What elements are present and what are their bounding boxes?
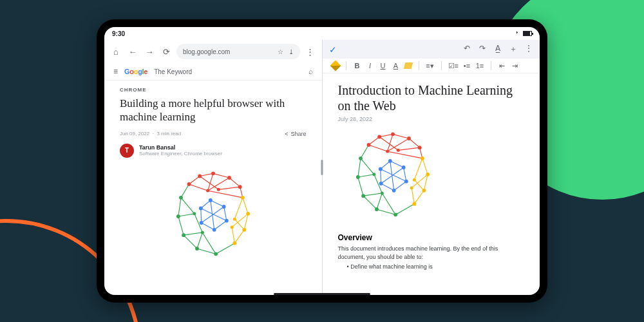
author-role: Software Engineer, Chrome browser [139,151,222,156]
clock: 9:30 [112,30,125,37]
svg-point-24 [209,198,213,202]
svg-point-45 [412,178,415,182]
svg-point-43 [422,189,426,193]
svg-point-29 [199,206,203,210]
svg-point-12 [246,211,250,215]
section-heading: Overview [338,233,525,242]
svg-point-28 [200,221,204,225]
svg-point-20 [195,247,199,251]
doc-date: July 28, 2022 [338,116,525,122]
svg-line-3 [201,208,227,220]
svg-point-51 [393,213,397,216]
docs-format-toolbar: B I U A ≡▾ ☑≡ •≡ [323,59,540,73]
svg-point-42 [426,173,430,176]
share-button[interactable]: < Share [285,131,306,137]
svg-point-34 [366,143,370,147]
forward-icon[interactable]: → [143,45,156,58]
list-item: • Define what machine learning is [347,263,525,270]
svg-point-53 [380,192,383,195]
back-icon[interactable]: ← [126,45,139,58]
checklist-icon[interactable]: ☑≡ [448,62,459,70]
undo-icon[interactable]: ↶ [462,44,471,55]
svg-line-33 [380,169,406,182]
svg-point-10 [217,187,220,191]
svg-point-6 [211,171,215,175]
svg-point-23 [201,231,204,234]
highlight-icon[interactable] [403,62,413,69]
hamburger-icon[interactable]: ≡ [113,67,118,76]
star-icon[interactable]: ☆ [278,48,283,55]
browser-toolbar: ⌂ ← → ⟳ blog.google.com ☆ ⤓ ⋮ [104,40,322,63]
svg-point-44 [412,202,416,206]
svg-point-54 [388,159,392,163]
status-bar: 9:30 [104,27,540,40]
split-divider[interactable] [322,40,323,295]
text-format-icon[interactable]: A̲ [493,44,502,55]
svg-point-5 [198,174,202,178]
svg-point-21 [214,252,218,256]
article-readtime: 3 min read [156,131,181,137]
svg-point-57 [392,189,395,193]
document-canvas[interactable]: Introduction to Machine Learning on the … [323,73,540,279]
underline-button[interactable]: U [379,62,388,70]
author-block: T Tarun Bansal Software Engineer, Chrome… [120,144,307,158]
gesture-nav-pill[interactable] [274,293,370,295]
article-kicker: CHROME [120,87,307,93]
svg-point-11 [241,195,245,199]
svg-point-40 [396,149,399,152]
svg-point-17 [179,195,183,199]
svg-point-13 [242,227,246,231]
address-bar[interactable]: blog.google.com ☆ ⤓ [176,44,300,59]
chrome-ml-illustration [158,168,268,265]
bulleted-list-icon[interactable]: •≡ [462,62,471,70]
article-date: Jun 09, 2022 [120,131,149,137]
url-text: blog.google.com [183,48,230,55]
indent-icon[interactable]: ⇥ [511,62,520,70]
svg-point-46 [410,186,413,189]
google-logo[interactable]: Google [124,68,147,75]
svg-point-50 [375,207,379,211]
svg-point-27 [213,227,216,231]
svg-point-52 [372,173,375,176]
share-icon: < [285,131,288,137]
section-paragraph: This document introduces machine learnin… [338,245,525,261]
search-icon[interactable]: ⌕ [308,67,313,76]
italic-button[interactable]: I [366,62,375,70]
done-check-icon[interactable]: ✓ [329,44,337,55]
blog-section-label[interactable]: The Keyword [154,68,192,75]
text-color-icon[interactable]: A [392,62,401,70]
home-icon[interactable]: ⌂ [109,45,122,58]
bold-button[interactable]: B [353,62,362,70]
article-body: CHROME Building a more helpful browser w… [104,80,322,271]
numbered-list-icon[interactable]: 1≡ [475,62,484,70]
insert-icon[interactable]: ＋ [509,44,518,55]
left-pane-browser: ⌂ ← → ⟳ blog.google.com ☆ ⤓ ⋮ [104,40,322,295]
svg-point-37 [407,137,411,140]
download-icon[interactable]: ⤓ [289,48,294,55]
doc-illustration [338,129,448,225]
overflow-menu-icon[interactable]: ⋮ [304,45,317,58]
svg-point-47 [359,156,363,160]
article-headline: Building a more helpful browser with mac… [120,97,307,124]
svg-point-25 [222,205,226,209]
svg-point-58 [379,182,383,185]
svg-point-19 [182,233,185,237]
svg-point-14 [232,241,236,245]
svg-point-35 [377,135,381,139]
svg-point-18 [176,214,180,218]
align-icon[interactable]: ≡▾ [426,62,435,70]
reload-icon[interactable]: ⟳ [160,45,173,58]
docs-overflow-icon[interactable]: ⋮ [524,44,533,55]
right-pane-docs: ✓ ↶ ↷ A̲ ＋ ⋮ [323,40,540,295]
pen-color-icon[interactable] [330,61,341,71]
svg-point-9 [206,189,209,192]
svg-point-56 [404,180,408,184]
svg-point-7 [227,176,231,180]
svg-line-2 [201,207,223,223]
outdent-icon[interactable]: ⇤ [498,62,507,70]
redo-icon[interactable]: ↷ [478,44,487,55]
blog-site-header: ≡ Google The Keyword ⌕ [104,63,322,80]
svg-point-15 [233,217,236,220]
tablet-screen: 9:30 ⌂ ← → ⟳ blog.google.com [104,27,540,295]
docs-titlebar: ✓ ↶ ↷ A̲ ＋ ⋮ [323,40,540,59]
